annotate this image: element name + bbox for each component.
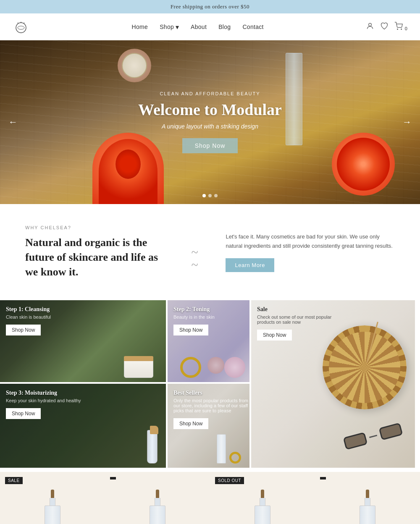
grid-shop-button-3[interactable]: Shop Now <box>6 408 41 419</box>
hero-dot-1[interactable] <box>202 194 206 197</box>
grid-desc-1: Clean skin is beautiful <box>6 314 51 320</box>
why-label: WHY CHELSEA? <box>25 225 166 230</box>
bottle-body-3: Chelsea. OIL CONTROL TONER <box>255 506 270 524</box>
hero-dot-2[interactable] <box>208 194 212 197</box>
grid-item-toning[interactable]: Step 2: Toning Beauty is in the skin Sho… <box>168 300 249 382</box>
products-section: SALE Chelsea. ACTIVE BRIGHTENING TONER <box>0 472 420 524</box>
logo-icon <box>13 18 29 35</box>
product-img-4: Chelsea. GENTLE FACIAL ESSENCE <box>315 472 420 524</box>
bottle-neck-2 <box>155 498 160 506</box>
product-img-2: Chelsea. PROTECTIVE MOISTURE MIST <box>105 472 210 524</box>
nav-home[interactable]: Home <box>132 24 148 30</box>
grid-item-cleansing[interactable]: Step 1: Cleansing Clean skin is beautifu… <box>0 300 166 382</box>
grid-desc-3: Keep your skin hydrated and healthy <box>6 398 81 403</box>
cart-count: 0 <box>405 26 407 31</box>
grid-shop-button-4[interactable]: Shop Now <box>173 418 208 429</box>
svg-line-4 <box>24 23 24 24</box>
hero-dots <box>202 194 218 197</box>
learn-more-button[interactable]: Learn More <box>226 258 274 272</box>
hero-section: ← CLEAN AND AFFORDABLE BEAUTY Welcome to… <box>0 40 420 204</box>
product-badge-1: SALE <box>5 477 23 484</box>
why-divider: ⠀~~ <box>183 233 209 271</box>
bottle-cap-1 <box>51 490 54 498</box>
grid-item-content-4: Best Sellers Only the most popular produ… <box>173 390 249 429</box>
grid-item-sale[interactable]: Sale Check out some of our most popular … <box>251 300 415 468</box>
grid-shop-button-1[interactable]: Shop Now <box>6 325 41 335</box>
product-badge-4 <box>320 477 326 479</box>
svg-point-7 <box>401 29 402 29</box>
grid-step-sale: Sale <box>257 306 333 313</box>
why-left: WHY CHELSEA? Natural and organic is the … <box>25 225 166 279</box>
announcement-text: Free shipping on orders over $50 <box>171 3 249 10</box>
product-card-3[interactable]: SOLD OUT Chelsea. OIL CONTROL TONER <box>210 472 315 524</box>
bottle-body-4: Chelsea. GENTLE FACIAL ESSENCE <box>360 506 375 524</box>
bottle-cap-2 <box>156 490 159 498</box>
svg-line-3 <box>18 23 18 24</box>
bottle-neck-4 <box>365 498 370 506</box>
grid-item-bestsellers[interactable]: Best Sellers Only the most popular produ… <box>168 384 249 468</box>
product-badge-2 <box>110 477 116 479</box>
cart-icon[interactable]: 0 <box>394 22 407 32</box>
product-badge-3: SOLD OUT <box>215 477 244 484</box>
bottle-neck-3 <box>260 498 265 506</box>
grid-item-content-3: Step 3: Moisturizing Keep your skin hydr… <box>6 390 81 419</box>
why-section: WHY CHELSEA? Natural and organic is the … <box>0 204 420 300</box>
announcement-bar: Free shipping on orders over $50 <box>0 0 420 13</box>
nav-contact[interactable]: Contact <box>242 24 263 30</box>
bottle-body-1: Chelsea. ACTIVE BRIGHTENING TONER <box>45 506 60 524</box>
nav-blog[interactable]: Blog <box>218 24 231 30</box>
svg-point-6 <box>397 29 398 29</box>
grid-item-content-1: Step 1: Cleansing Clean skin is beautifu… <box>6 306 51 335</box>
nav-shop[interactable]: Shop ▾ <box>160 23 179 31</box>
grid-shop-button-sale[interactable]: Shop Now <box>257 330 292 341</box>
logo-area[interactable] <box>13 18 29 35</box>
grid-step-1: Step 1: Cleansing <box>6 306 51 313</box>
main-nav: Home Shop ▾ About Blog Contact <box>132 23 264 31</box>
product-card-4[interactable]: Chelsea. GENTLE FACIAL ESSENCE <box>315 472 420 524</box>
why-text: Let's face it. Many cosmetics are bad fo… <box>226 232 395 251</box>
product-card-1[interactable]: SALE Chelsea. ACTIVE BRIGHTENING TONER <box>0 472 105 524</box>
grid-section: Step 1: Cleansing Clean skin is beautifu… <box>0 300 420 468</box>
hero-description: A unique layout with a striking design <box>138 123 282 130</box>
grid-step-4: Best Sellers <box>173 390 249 396</box>
grid-item-moisturizing[interactable]: Step 3: Moisturizing Keep your skin hydr… <box>0 384 166 468</box>
hero-shop-now-button[interactable]: Shop Now <box>182 138 238 153</box>
grid-item-content-2: Step 2: Toning Beauty is in the skin Sho… <box>173 306 215 335</box>
user-icon[interactable] <box>366 22 374 32</box>
svg-point-5 <box>369 23 372 26</box>
nav-shop-label[interactable]: Shop <box>160 24 174 30</box>
hero-prev-button[interactable]: ← <box>8 117 18 128</box>
chevron-down-icon: ▾ <box>176 23 179 31</box>
bottle-neck-1 <box>50 498 55 506</box>
grid-shop-button-2[interactable]: Shop Now <box>173 325 208 335</box>
hero-title: Welcome to Modular <box>138 100 282 119</box>
hero-next-button[interactable]: → <box>402 117 412 128</box>
squiggle-icon: ⠀~~ <box>191 233 200 271</box>
hero-dot-3[interactable] <box>214 194 218 197</box>
svg-point-1 <box>18 26 24 29</box>
grid-step-2: Step 2: Toning <box>173 306 215 313</box>
product-card-2[interactable]: Chelsea. PROTECTIVE MOISTURE MIST <box>105 472 210 524</box>
site-header: Home Shop ▾ About Blog Contact 0 <box>0 13 420 40</box>
grid-step-3: Step 3: Moisturizing <box>6 390 81 396</box>
why-title: Natural and organic is the future of ski… <box>25 235 166 279</box>
hero-content: CLEAN AND AFFORDABLE BEAUTY Welcome to M… <box>138 91 282 153</box>
grid-desc-2: Beauty is in the skin <box>173 314 215 320</box>
bottle-cap-3 <box>261 490 264 498</box>
bottle-cap-4 <box>366 490 369 498</box>
hero-subtitle: CLEAN AND AFFORDABLE BEAUTY <box>138 91 282 96</box>
heart-icon[interactable] <box>380 22 388 32</box>
grid-desc-sale: Check out some of our most popular produ… <box>257 314 333 325</box>
grid-item-content-sale: Sale Check out some of our most popular … <box>257 306 333 341</box>
why-right: Let's face it. Many cosmetics are bad fo… <box>226 232 395 272</box>
bottle-body-2: Chelsea. PROTECTIVE MOISTURE MIST <box>150 506 165 524</box>
nav-about[interactable]: About <box>191 24 207 30</box>
grid-desc-4: Only the most popular products from our … <box>173 398 249 413</box>
header-icons: 0 <box>366 22 407 32</box>
